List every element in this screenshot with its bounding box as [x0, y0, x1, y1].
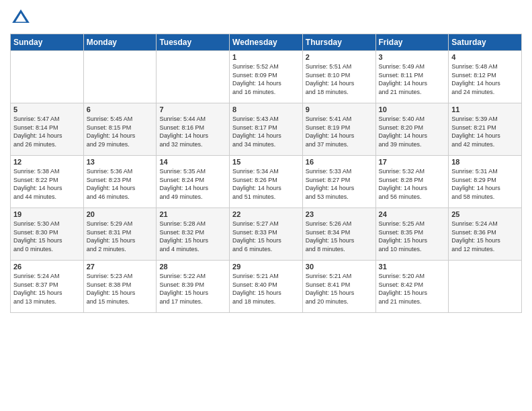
cell-w3-d3: 22Sunrise: 5:27 AM Sunset: 8:33 PM Dayli… — [230, 208, 303, 261]
cell-w0-d0 — [11, 51, 84, 103]
cell-w2-d5: 17Sunrise: 5:32 AM Sunset: 8:28 PM Dayli… — [375, 156, 449, 208]
day-info: Sunrise: 5:40 AM Sunset: 8:20 PM Dayligh… — [379, 115, 446, 148]
cell-w4-d3: 29Sunrise: 5:21 AM Sunset: 8:40 PM Dayli… — [230, 261, 303, 313]
cell-w2-d6: 18Sunrise: 5:31 AM Sunset: 8:29 PM Dayli… — [449, 156, 522, 208]
day-info: Sunrise: 5:44 AM Sunset: 8:16 PM Dayligh… — [159, 115, 226, 148]
week-row-0: 1Sunrise: 5:52 AM Sunset: 8:09 PM Daylig… — [11, 51, 522, 103]
day-number: 26 — [13, 263, 81, 271]
day-info: Sunrise: 5:23 AM Sunset: 8:38 PM Dayligh… — [87, 272, 154, 306]
cell-w0-d6: 4Sunrise: 5:48 AM Sunset: 8:12 PM Daylig… — [449, 51, 522, 103]
day-number: 16 — [306, 158, 373, 166]
page: SundayMondayTuesdayWednesdayThursdayFrid… — [0, 0, 532, 411]
day-info: Sunrise: 5:47 AM Sunset: 8:14 PM Dayligh… — [13, 115, 81, 148]
day-info: Sunrise: 5:35 AM Sunset: 8:24 PM Dayligh… — [159, 167, 226, 201]
cell-w0-d5: 3Sunrise: 5:49 AM Sunset: 8:11 PM Daylig… — [375, 51, 449, 103]
day-number: 17 — [379, 158, 446, 166]
day-info: Sunrise: 5:26 AM Sunset: 8:34 PM Dayligh… — [306, 220, 373, 253]
day-info: Sunrise: 5:22 AM Sunset: 8:39 PM Dayligh… — [159, 272, 226, 306]
day-info: Sunrise: 5:31 AM Sunset: 8:29 PM Dayligh… — [451, 167, 519, 201]
day-number: 3 — [379, 53, 446, 61]
day-number: 12 — [13, 158, 81, 166]
calendar-table: SundayMondayTuesdayWednesdayThursdayFrid… — [10, 34, 522, 313]
day-info: Sunrise: 5:33 AM Sunset: 8:27 PM Dayligh… — [306, 167, 373, 201]
cell-w0-d2 — [157, 51, 230, 103]
day-number: 11 — [451, 105, 519, 113]
day-info: Sunrise: 5:30 AM Sunset: 8:30 PM Dayligh… — [13, 220, 81, 253]
cell-w1-d1: 6Sunrise: 5:45 AM Sunset: 8:15 PM Daylig… — [83, 103, 157, 156]
day-info: Sunrise: 5:48 AM Sunset: 8:12 PM Dayligh… — [451, 62, 519, 96]
day-number: 23 — [306, 210, 373, 218]
header-sunday: Sunday — [11, 34, 84, 51]
day-number: 6 — [87, 105, 154, 113]
day-number: 27 — [87, 263, 154, 271]
day-info: Sunrise: 5:41 AM Sunset: 8:19 PM Dayligh… — [306, 115, 373, 148]
header-thursday: Thursday — [302, 34, 375, 51]
day-info: Sunrise: 5:27 AM Sunset: 8:33 PM Dayligh… — [232, 220, 300, 253]
cell-w0-d4: 2Sunrise: 5:51 AM Sunset: 8:10 PM Daylig… — [302, 51, 375, 103]
day-info: Sunrise: 5:20 AM Sunset: 8:42 PM Dayligh… — [379, 272, 446, 306]
header-friday: Friday — [375, 34, 449, 51]
cell-w1-d5: 10Sunrise: 5:40 AM Sunset: 8:20 PM Dayli… — [375, 103, 449, 156]
day-number: 18 — [451, 158, 519, 166]
day-info: Sunrise: 5:32 AM Sunset: 8:28 PM Dayligh… — [379, 167, 446, 201]
cell-w3-d2: 21Sunrise: 5:28 AM Sunset: 8:32 PM Dayli… — [157, 208, 230, 261]
day-info: Sunrise: 5:45 AM Sunset: 8:15 PM Dayligh… — [87, 115, 154, 148]
cell-w4-d0: 26Sunrise: 5:24 AM Sunset: 8:37 PM Dayli… — [11, 261, 84, 313]
cell-w4-d5: 31Sunrise: 5:20 AM Sunset: 8:42 PM Dayli… — [375, 261, 449, 313]
day-info: Sunrise: 5:24 AM Sunset: 8:36 PM Dayligh… — [451, 220, 519, 253]
cell-w2-d4: 16Sunrise: 5:33 AM Sunset: 8:27 PM Dayli… — [302, 156, 375, 208]
cell-w1-d0: 5Sunrise: 5:47 AM Sunset: 8:14 PM Daylig… — [11, 103, 84, 156]
day-info: Sunrise: 5:25 AM Sunset: 8:35 PM Dayligh… — [379, 220, 446, 253]
cell-w1-d2: 7Sunrise: 5:44 AM Sunset: 8:16 PM Daylig… — [157, 103, 230, 156]
cell-w1-d3: 8Sunrise: 5:43 AM Sunset: 8:17 PM Daylig… — [230, 103, 303, 156]
day-info: Sunrise: 5:49 AM Sunset: 8:11 PM Dayligh… — [379, 62, 446, 96]
day-number: 7 — [159, 105, 226, 113]
cell-w3-d4: 23Sunrise: 5:26 AM Sunset: 8:34 PM Dayli… — [302, 208, 375, 261]
day-info: Sunrise: 5:38 AM Sunset: 8:22 PM Dayligh… — [13, 167, 81, 201]
cell-w2-d3: 15Sunrise: 5:34 AM Sunset: 8:26 PM Dayli… — [230, 156, 303, 208]
cell-w3-d1: 20Sunrise: 5:29 AM Sunset: 8:31 PM Dayli… — [83, 208, 157, 261]
day-number: 24 — [379, 210, 446, 218]
cell-w2-d1: 13Sunrise: 5:36 AM Sunset: 8:23 PM Dayli… — [83, 156, 157, 208]
day-number: 8 — [232, 105, 300, 113]
week-row-3: 19Sunrise: 5:30 AM Sunset: 8:30 PM Dayli… — [11, 208, 522, 261]
cell-w0-d3: 1Sunrise: 5:52 AM Sunset: 8:09 PM Daylig… — [230, 51, 303, 103]
header — [10, 7, 522, 28]
day-info: Sunrise: 5:39 AM Sunset: 8:21 PM Dayligh… — [451, 115, 519, 148]
cell-w0-d1 — [83, 51, 157, 103]
cell-w2-d0: 12Sunrise: 5:38 AM Sunset: 8:22 PM Dayli… — [11, 156, 84, 208]
day-number: 29 — [232, 263, 300, 271]
cell-w3-d0: 19Sunrise: 5:30 AM Sunset: 8:30 PM Dayli… — [11, 208, 84, 261]
day-number: 1 — [232, 53, 300, 61]
day-number: 15 — [232, 158, 300, 166]
cell-w4-d1: 27Sunrise: 5:23 AM Sunset: 8:38 PM Dayli… — [83, 261, 157, 313]
day-number: 10 — [379, 105, 446, 113]
header-saturday: Saturday — [449, 34, 522, 51]
day-info: Sunrise: 5:34 AM Sunset: 8:26 PM Dayligh… — [232, 167, 300, 201]
day-number: 13 — [87, 158, 154, 166]
week-row-4: 26Sunrise: 5:24 AM Sunset: 8:37 PM Dayli… — [11, 261, 522, 313]
header-tuesday: Tuesday — [157, 34, 230, 51]
day-number: 31 — [379, 263, 446, 271]
day-number: 22 — [232, 210, 300, 218]
cell-w4-d2: 28Sunrise: 5:22 AM Sunset: 8:39 PM Dayli… — [157, 261, 230, 313]
day-info: Sunrise: 5:51 AM Sunset: 8:10 PM Dayligh… — [306, 62, 373, 96]
logo — [10, 7, 34, 28]
cell-w4-d6 — [449, 261, 522, 313]
day-number: 30 — [306, 263, 373, 271]
day-info: Sunrise: 5:36 AM Sunset: 8:23 PM Dayligh… — [87, 167, 154, 201]
cell-w1-d4: 9Sunrise: 5:41 AM Sunset: 8:19 PM Daylig… — [302, 103, 375, 156]
day-number: 5 — [13, 105, 81, 113]
day-number: 28 — [159, 263, 226, 271]
day-info: Sunrise: 5:43 AM Sunset: 8:17 PM Dayligh… — [232, 115, 300, 148]
day-number: 19 — [13, 210, 81, 218]
day-info: Sunrise: 5:21 AM Sunset: 8:41 PM Dayligh… — [306, 272, 373, 306]
day-number: 2 — [306, 53, 373, 61]
header-row: SundayMondayTuesdayWednesdayThursdayFrid… — [11, 34, 522, 51]
day-number: 9 — [306, 105, 373, 113]
day-number: 20 — [87, 210, 154, 218]
day-info: Sunrise: 5:24 AM Sunset: 8:37 PM Dayligh… — [13, 272, 81, 306]
day-info: Sunrise: 5:29 AM Sunset: 8:31 PM Dayligh… — [87, 220, 154, 253]
day-number: 21 — [159, 210, 226, 218]
cell-w3-d5: 24Sunrise: 5:25 AM Sunset: 8:35 PM Dayli… — [375, 208, 449, 261]
